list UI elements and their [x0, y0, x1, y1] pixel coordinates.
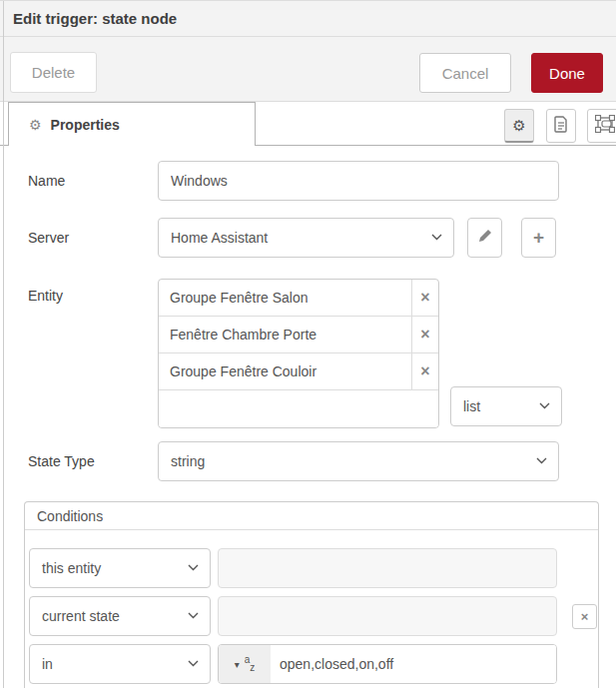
document-icon: [554, 116, 568, 137]
typed-input-type-button[interactable]: ▾ az: [219, 645, 271, 683]
action-button-row: Delete Cancel Done: [0, 37, 616, 102]
entity-label: Entity: [28, 279, 158, 304]
plus-icon: +: [533, 227, 544, 249]
entity-list: Groupe Fenêtre Salon × Fenêtre Chambre P…: [158, 279, 439, 428]
cancel-button[interactable]: Cancel: [419, 53, 511, 93]
server-select[interactable]: Home Assistant: [158, 218, 454, 258]
properties-view-button[interactable]: ⚙: [504, 109, 534, 143]
entity-list-item: Groupe Fenêtre Salon ×: [159, 280, 438, 317]
dialog-title: Edit trigger: state node: [13, 10, 177, 27]
conditions-legend: Conditions: [25, 502, 598, 530]
edit-server-button[interactable]: [467, 218, 502, 258]
condition-row: current state ×: [29, 596, 598, 636]
conditions-fieldset: Conditions this entity current state: [24, 501, 599, 688]
condition-row: in ▾ az: [29, 644, 598, 684]
description-view-button[interactable]: [546, 109, 576, 143]
server-select-value: Home Assistant: [171, 230, 268, 246]
entity-field-row: Entity Groupe Fenêtre Salon × Fenêtre Ch…: [28, 279, 616, 428]
server-label: Server: [28, 230, 158, 246]
new-entity-input[interactable]: [159, 390, 438, 427]
dialog-header: Edit trigger: state node: [0, 1, 616, 37]
condition-property-value: this entity: [42, 560, 101, 576]
remove-entity-button[interactable]: ×: [411, 280, 438, 316]
state-type-label: State Type: [28, 453, 158, 469]
delete-button[interactable]: Delete: [10, 52, 97, 93]
chevron-down-icon: [188, 660, 199, 667]
state-type-select[interactable]: string: [158, 441, 559, 481]
properties-form: Name Server Home Assistant + Entity: [0, 146, 616, 688]
name-input[interactable]: [158, 161, 559, 201]
chevron-down-icon: [536, 457, 547, 464]
condition-property-select[interactable]: current state: [29, 596, 211, 636]
remove-entity-button[interactable]: ×: [411, 353, 438, 389]
add-server-button[interactable]: +: [521, 218, 556, 258]
entity-item-value[interactable]: Fenêtre Chambre Porte: [159, 317, 411, 352]
condition-value-input: [218, 548, 557, 588]
entity-item-value[interactable]: Groupe Fenêtre Salon: [159, 280, 411, 316]
entity-new-row: [159, 390, 438, 427]
tab-properties[interactable]: ⚙ Properties: [8, 102, 256, 146]
name-label: Name: [28, 173, 158, 189]
tab-properties-label: Properties: [51, 117, 120, 133]
remove-condition-button[interactable]: ×: [572, 604, 597, 629]
chevron-down-icon: [188, 612, 199, 619]
chevron-down-icon: [539, 402, 550, 409]
state-type-field-row: State Type string: [28, 441, 616, 481]
entity-item-value[interactable]: Groupe Fenêtre Couloir: [159, 353, 411, 389]
name-field-row: Name: [28, 161, 616, 201]
chevron-down-icon: [431, 234, 442, 241]
condition-property-value: current state: [42, 608, 120, 624]
state-type-value: string: [171, 453, 205, 469]
tray-left-border: [3, 1, 4, 688]
condition-operator-value: in: [42, 656, 53, 672]
entity-mode-select[interactable]: list: [450, 386, 562, 426]
entity-list-item: Fenêtre Chambre Porte ×: [159, 317, 438, 353]
caret-down-icon: ▾: [235, 659, 240, 670]
pencil-icon: [478, 229, 492, 247]
done-button[interactable]: Done: [531, 53, 603, 93]
condition-property-select[interactable]: this entity: [29, 548, 211, 588]
gear-icon: ⚙: [29, 117, 42, 133]
edit-trigger-dialog: Edit trigger: state node Delete Cancel D…: [0, 0, 616, 688]
appearance-icon: [595, 115, 615, 137]
chevron-down-icon: [188, 564, 199, 571]
entity-mode-value: list: [463, 398, 480, 414]
condition-operator-select[interactable]: in: [29, 644, 211, 684]
condition-value-input[interactable]: [271, 645, 556, 683]
condition-row: this entity: [29, 548, 598, 588]
server-field-row: Server Home Assistant +: [28, 218, 616, 258]
appearance-view-button[interactable]: [587, 109, 616, 143]
gear-icon: ⚙: [512, 117, 525, 135]
editor-tab-bar: ⚙ Properties ⚙: [0, 102, 616, 146]
condition-value-input: [218, 596, 557, 636]
entity-list-item: Groupe Fenêtre Couloir ×: [159, 353, 438, 390]
typed-input: ▾ az: [218, 644, 557, 684]
remove-entity-button[interactable]: ×: [411, 317, 438, 352]
string-type-icon: az: [245, 655, 256, 673]
